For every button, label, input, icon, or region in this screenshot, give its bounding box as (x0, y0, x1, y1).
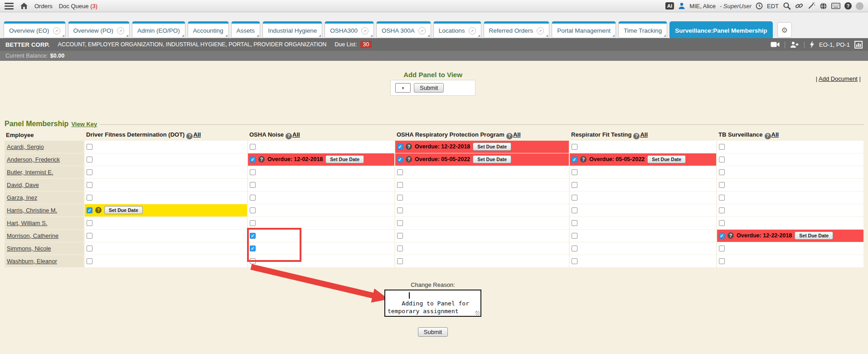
membership-checkbox[interactable]: ✓ (397, 157, 403, 162)
employee-link[interactable]: Washburn, Eleanor (7, 258, 57, 265)
membership-checkbox[interactable] (572, 220, 577, 226)
membership-checkbox[interactable] (719, 220, 725, 226)
membership-checkbox[interactable] (397, 195, 403, 201)
select-all-link[interactable]: All (193, 131, 201, 138)
select-all-link[interactable]: All (640, 131, 648, 138)
membership-checkbox[interactable] (250, 207, 256, 213)
help-icon[interactable]: ? (765, 133, 771, 139)
membership-checkbox[interactable] (250, 144, 256, 150)
tab-assets[interactable]: Assets (231, 21, 261, 38)
membership-checkbox[interactable] (397, 182, 403, 188)
membership-checkbox[interactable] (87, 220, 92, 226)
membership-checkbox[interactable] (250, 182, 256, 188)
employee-link[interactable]: Butler, Internist E. (7, 169, 53, 176)
employee-link[interactable]: David, Dave (7, 182, 39, 188)
due-list[interactable]: Due List: 30 (335, 41, 372, 48)
search-icon[interactable] (783, 2, 791, 10)
bar-chart-icon[interactable] (854, 41, 863, 49)
add-person-icon[interactable] (790, 41, 799, 48)
membership-checkbox[interactable] (719, 246, 725, 251)
tab-osha-300a[interactable]: OSHA 300A↗ (376, 21, 431, 38)
membership-checkbox[interactable] (250, 220, 256, 226)
menu-item-doc-queue[interactable]: Doc Queue (3) (59, 3, 97, 10)
help-icon[interactable]: ? (844, 2, 852, 10)
help-icon[interactable]: ? (506, 133, 513, 139)
membership-checkbox[interactable] (397, 220, 403, 226)
tab-settings-gear-icon[interactable]: ⚙ (777, 22, 792, 38)
globe-icon[interactable] (820, 2, 827, 10)
lightning-bolt-icon[interactable] (810, 41, 815, 48)
set-due-date-button[interactable]: Set Due Date (325, 155, 364, 163)
set-due-date-button[interactable]: Set Due Date (104, 206, 143, 214)
ai-badge[interactable]: AI (665, 2, 674, 10)
help-icon[interactable]: ? (406, 156, 412, 162)
set-due-date-button[interactable]: Set Due Date (473, 155, 511, 163)
membership-checkbox[interactable] (250, 169, 256, 175)
change-reason-submit-button[interactable]: Submit (418, 327, 448, 337)
membership-checkbox[interactable] (397, 207, 403, 213)
membership-checkbox[interactable] (719, 144, 725, 150)
help-icon[interactable]: ? (580, 156, 587, 162)
membership-checkbox[interactable] (572, 258, 577, 264)
tab-overview-eo[interactable]: Overview (EO)↗ (4, 21, 66, 38)
membership-checkbox[interactable] (250, 195, 256, 201)
membership-checkbox[interactable] (572, 246, 577, 251)
help-icon[interactable]: ? (95, 207, 102, 213)
add-panel-submit-button[interactable]: Submit (414, 83, 444, 93)
membership-checkbox[interactable]: ✓ (719, 233, 725, 239)
change-reason-textarea[interactable]: Adding to Panel for temporary assignment (384, 290, 481, 317)
membership-checkbox[interactable] (87, 157, 92, 162)
tab-surveillance-panel-membership[interactable]: Surveillance:Panel Membership (669, 21, 772, 38)
select-all-link[interactable]: All (513, 131, 521, 138)
tab-referred-orders[interactable]: Referred Orders↗ (484, 21, 550, 38)
employee-link[interactable]: Morrison, Catherine (7, 232, 58, 239)
wand-icon[interactable] (807, 2, 815, 10)
add-document-link[interactable]: Add Document (819, 75, 858, 82)
clock-icon[interactable] (756, 2, 763, 10)
set-due-date-button[interactable]: Set Due Date (795, 231, 833, 240)
membership-checkbox[interactable] (87, 246, 92, 251)
membership-checkbox[interactable] (87, 144, 92, 150)
set-due-date-button[interactable]: Set Due Date (473, 143, 511, 151)
select-all-link[interactable]: All (771, 131, 779, 138)
membership-checkbox[interactable] (719, 195, 725, 201)
help-icon[interactable]: ? (258, 156, 265, 162)
tab-accounting[interactable]: Accounting (188, 21, 229, 38)
keyboard-icon[interactable] (831, 3, 840, 9)
membership-checkbox[interactable]: ✓ (397, 144, 403, 150)
membership-checkbox[interactable] (719, 169, 725, 175)
membership-checkbox[interactable] (87, 182, 92, 188)
membership-checkbox[interactable] (397, 246, 403, 251)
membership-checkbox[interactable] (572, 195, 577, 201)
hamburger-menu-icon[interactable] (5, 3, 14, 10)
membership-checkbox[interactable] (719, 207, 725, 213)
employee-link[interactable]: Simmons, Nicole (7, 245, 51, 252)
membership-checkbox[interactable] (87, 169, 92, 175)
membership-checkbox[interactable] (719, 157, 725, 162)
membership-checkbox[interactable] (572, 169, 577, 175)
help-icon[interactable]: ? (727, 232, 734, 239)
tab-locations[interactable]: Locations↗ (433, 21, 481, 38)
employee-link[interactable]: Harris, Christine M. (7, 207, 57, 214)
link-icon[interactable] (795, 2, 803, 10)
help-icon[interactable]: ? (186, 133, 193, 139)
help-icon[interactable]: ? (406, 143, 412, 150)
set-due-date-button[interactable]: Set Due Date (647, 155, 686, 163)
employee-link[interactable]: Anderson, Frederick (7, 156, 60, 163)
help-icon[interactable]: ? (286, 133, 292, 139)
membership-checkbox[interactable]: ✓ (572, 157, 577, 162)
membership-checkbox[interactable] (397, 169, 403, 175)
tab-admin-eo-po[interactable]: Admin (EO/PO) (132, 21, 185, 38)
tab-overview-po[interactable]: Overview (PO)↗ (68, 21, 130, 38)
video-camera-icon[interactable] (771, 41, 780, 48)
home-icon[interactable] (20, 2, 28, 10)
tab-industrial-hygiene[interactable]: Industrial Hygiene (262, 21, 322, 38)
membership-checkbox[interactable] (572, 233, 577, 239)
user-avatar-circle[interactable] (856, 2, 863, 10)
membership-checkbox[interactable]: ✓ (250, 157, 256, 162)
membership-checkbox[interactable] (572, 144, 577, 150)
menu-item-orders[interactable]: Orders (34, 3, 53, 10)
panel-select-dropdown[interactable]: ▾ (395, 83, 411, 93)
textarea-resize-handle[interactable] (475, 311, 480, 315)
employee-link[interactable]: Garza, Inez (7, 194, 37, 201)
